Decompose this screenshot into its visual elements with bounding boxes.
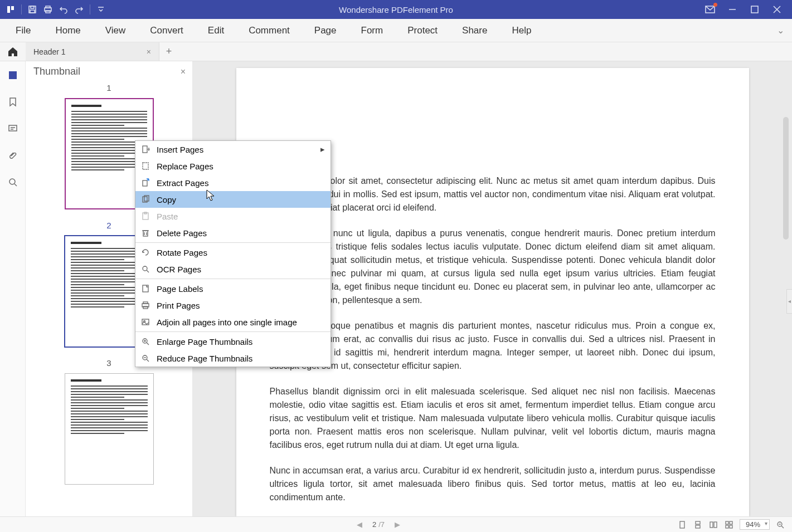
print-icon[interactable] [43,4,53,14]
svg-point-18 [9,179,15,184]
maximize-icon[interactable] [750,4,760,14]
thumbnail-page-3[interactable]: 3 [26,358,192,485]
document-paragraph: Lorem ipsum dolor sit amet, consectetur … [270,174,716,214]
attachments-panel-icon[interactable] [7,149,19,162]
ctx-insert-pages[interactable]: Insert Pages ▸ [135,141,331,158]
thumbnail-panel-title: Thumbnail [33,66,80,77]
notifications-icon[interactable] [705,4,715,14]
home-tab-icon[interactable] [0,46,26,57]
svg-rect-14 [9,71,17,79]
thumbnail-context-menu: Insert Pages ▸ Replace Pages Extract Pag… [135,140,331,367]
svg-rect-32 [143,146,147,153]
menu-edit[interactable]: Edit [196,25,236,36]
svg-rect-24 [714,522,717,528]
document-tab[interactable]: Header 1 × [26,42,159,61]
title-bar: Wondershare PDFelement Pro [0,0,792,19]
svg-rect-23 [710,522,713,528]
single-page-view-icon[interactable] [677,520,687,530]
multi-page-view-icon[interactable] [724,520,734,530]
quick-access-dropdown-icon[interactable] [96,4,106,14]
ctx-print-pages[interactable]: Print Pages [135,297,331,314]
ctx-ocr-pages[interactable]: OCR Pages [135,261,331,277]
left-rail [0,61,26,516]
adjoin-icon [140,316,151,328]
ctx-replace-pages[interactable]: Replace Pages [135,158,331,174]
separator [135,331,331,332]
ctx-rotate-pages[interactable]: Rotate Pages [135,244,331,261]
prev-page-icon[interactable]: ◀ [357,520,362,529]
tab-close-icon[interactable]: × [147,47,151,56]
menu-comment[interactable]: Comment [236,25,302,36]
svg-line-46 [147,270,149,272]
separator [90,4,90,14]
right-panel-expand-icon[interactable]: ◂ [786,289,792,314]
app-logo-icon [6,4,16,14]
next-page-icon[interactable]: ▶ [395,520,400,529]
redo-icon[interactable] [74,4,84,14]
menu-form[interactable]: Form [349,25,396,36]
thumbnail-panel-close-icon[interactable]: × [181,67,186,77]
svg-rect-36 [143,180,147,186]
zoom-in-icon [140,336,151,347]
svg-rect-7 [46,11,50,13]
minimize-icon[interactable] [727,4,737,14]
menu-share[interactable]: Share [450,25,499,36]
zoom-level[interactable]: 94% [740,519,770,530]
paste-icon [140,211,151,222]
separator [135,242,331,243]
menu-page[interactable]: Page [302,25,349,36]
document-scrollbar[interactable] [783,117,789,240]
document-paragraph: Phasellus blandit dignissim orci in elit… [270,385,716,452]
thumbnails-panel-icon[interactable] [7,69,19,81]
current-page-input[interactable]: 2 [372,520,376,529]
ctx-page-labels[interactable]: Page Labels [135,280,331,297]
save-icon[interactable] [27,4,37,14]
bookmarks-panel-icon[interactable] [7,96,19,108]
ctx-adjoin-pages[interactable]: Adjoin all pages into one single image [135,314,331,330]
delete-icon [140,227,151,238]
document-tabs: Header 1 × + [0,42,792,61]
svg-line-59 [147,359,149,362]
ctx-delete-pages[interactable]: Delete Pages [135,224,331,241]
svg-rect-3 [31,6,34,8]
svg-rect-11 [751,6,758,13]
svg-line-19 [14,184,17,186]
status-bar: ◀ 2 /7 ▶ 94% [0,516,792,532]
menu-protect[interactable]: Protect [395,25,450,36]
svg-rect-22 [696,525,700,528]
thumbnail-page-number: 1 [106,83,111,92]
svg-rect-47 [143,285,148,292]
menu-convert[interactable]: Convert [138,25,196,36]
svg-rect-50 [143,306,148,309]
svg-rect-20 [680,521,684,528]
search-panel-icon[interactable] [7,176,19,188]
close-icon[interactable] [772,4,782,14]
svg-rect-0 [7,6,10,13]
two-page-view-icon[interactable] [708,520,718,530]
extract-pages-icon [140,177,151,188]
thumbnail-page-number: 3 [106,358,111,368]
new-tab-icon[interactable]: + [159,46,178,57]
continuous-view-icon[interactable] [693,520,703,530]
document-paragraph: Nunc in accumsan erat, a varius arcu. Cu… [270,464,716,504]
svg-rect-1 [11,6,14,10]
ctx-enlarge-thumbnails[interactable]: Enlarge Page Thumbnails [135,333,331,350]
ribbon-collapse-icon[interactable]: ⌄ [777,25,784,36]
submenu-arrow-icon: ▸ [320,144,325,154]
menu-home[interactable]: Home [43,25,93,36]
svg-line-56 [147,343,149,345]
ctx-reduce-thumbnails[interactable]: Reduce Page Thumbnails [135,350,331,367]
svg-rect-41 [143,231,148,236]
zoom-out-icon[interactable] [775,520,785,530]
menu-file[interactable]: File [3,25,43,36]
svg-rect-15 [9,125,17,131]
thumbnail-page-number: 2 [106,221,111,230]
ctx-extract-pages[interactable]: Extract Pages [135,174,331,191]
menu-view[interactable]: View [93,25,138,36]
comments-panel-icon[interactable] [7,123,19,135]
undo-icon[interactable] [59,4,69,14]
ctx-copy[interactable]: Copy [135,191,331,208]
menu-help[interactable]: Help [499,25,543,36]
svg-line-31 [781,526,784,528]
svg-rect-28 [730,525,732,528]
